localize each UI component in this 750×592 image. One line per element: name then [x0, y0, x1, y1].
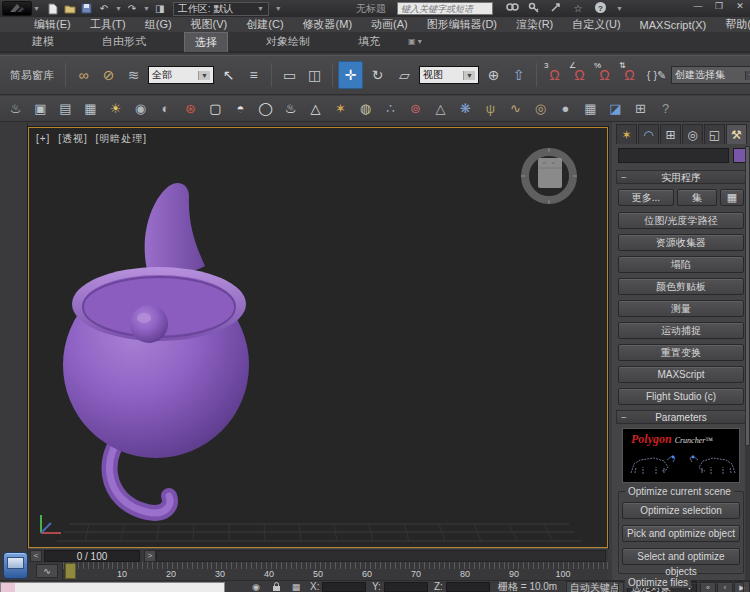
- environment-dialog-icon[interactable]: ▦: [79, 98, 102, 120]
- tab-create-icon[interactable]: ✶: [616, 124, 637, 144]
- menu-item[interactable]: 创建(C): [246, 17, 283, 32]
- utility-button[interactable]: 位图/光度学路径: [618, 212, 744, 229]
- render-setup-icon[interactable]: ▤: [54, 98, 77, 120]
- help-icon[interactable]: ?: [654, 98, 677, 120]
- optimize-button[interactable]: Pick and optimize object: [622, 525, 740, 542]
- foliage-icon[interactable]: ψ: [479, 98, 502, 120]
- stereo-camera-icon[interactable]: ⊛: [179, 98, 202, 120]
- panel-scrollbar[interactable]: [745, 146, 750, 580]
- y-coordinate-field[interactable]: [384, 582, 428, 592]
- select-and-manipulate-icon[interactable]: ⇧: [506, 61, 531, 89]
- menu-item[interactable]: 视图(V): [191, 17, 228, 32]
- maximize-icon[interactable]: ❐: [713, 1, 725, 11]
- time-slider-track[interactable]: [156, 550, 606, 562]
- tab-freeform[interactable]: 自由形式: [92, 32, 156, 51]
- ribbon-minimize-icon[interactable]: ▣ ▾: [408, 37, 422, 46]
- previous-frame-button[interactable]: <: [30, 550, 42, 562]
- percent-snap-icon[interactable]: %Ω: [592, 61, 617, 89]
- project-folder-icon[interactable]: ◨: [153, 2, 167, 16]
- search-icon[interactable]: [505, 2, 519, 14]
- tab-utilities-icon[interactable]: ⚒: [726, 124, 747, 144]
- use-pivot-center-icon[interactable]: ⊕: [481, 61, 506, 89]
- schematic-view-icon[interactable]: ⊞: [629, 98, 652, 120]
- utility-button[interactable]: 塌陷: [618, 256, 744, 273]
- redo-icon[interactable]: ↷: [125, 2, 139, 16]
- teapot-primitive-icon[interactable]: ♨: [279, 98, 302, 120]
- select-and-scale-icon[interactable]: ▱: [392, 61, 417, 89]
- configure-button-sets-icon[interactable]: ▦: [720, 189, 744, 206]
- viewcube[interactable]: [519, 146, 579, 208]
- snap-toggle-3d-icon[interactable]: 3Ω: [542, 61, 567, 89]
- tab-object-paint[interactable]: 对象绘制: [256, 32, 320, 51]
- minimize-icon[interactable]: —: [692, 1, 704, 11]
- utility-sets-button[interactable]: 集: [677, 189, 717, 206]
- maxscript-mini-listener[interactable]: [0, 582, 225, 592]
- cone-primitive-icon[interactable]: △: [304, 98, 327, 120]
- absolute-offset-toggle-icon[interactable]: ▦: [288, 582, 304, 592]
- key-sign-in-icon[interactable]: [527, 2, 541, 15]
- tab-display-icon[interactable]: ◱: [704, 124, 725, 144]
- redo-list-arrow-icon[interactable]: ▼: [143, 5, 150, 12]
- isolate-selection-icon[interactable]: ◉: [248, 582, 264, 592]
- menu-item[interactable]: 编辑(E): [34, 17, 71, 32]
- timeline-ruler[interactable]: 0102030405060708090100: [62, 562, 608, 580]
- utility-button[interactable]: Flight Studio (c): [618, 388, 744, 405]
- communication-center-icon[interactable]: [549, 2, 563, 15]
- material-sphere-icon[interactable]: ●: [554, 98, 577, 120]
- rendered-frame-window-icon[interactable]: ▣: [29, 98, 52, 120]
- hair-fur-icon[interactable]: ∿: [504, 98, 527, 120]
- tab-hierarchy-icon[interactable]: ⊞: [660, 124, 681, 144]
- swirl-icon[interactable]: ◎: [529, 98, 552, 120]
- utility-button[interactable]: 运动捕捉: [618, 322, 744, 339]
- menu-item[interactable]: 自定义(U): [572, 17, 620, 32]
- menu-item[interactable]: 帮助(H): [725, 17, 750, 32]
- next-frame-button[interactable]: >: [144, 550, 156, 562]
- help-arrow-icon[interactable]: ▼: [616, 5, 623, 12]
- menu-item[interactable]: 图形编辑器(D): [427, 17, 497, 32]
- new-scene-icon[interactable]: [46, 2, 60, 16]
- perspective-viewport[interactable]: [+] [透视] [明暗处理]: [28, 127, 608, 548]
- render-region-icon[interactable]: ◪: [604, 98, 627, 120]
- close-icon[interactable]: ✕: [734, 1, 746, 11]
- optimize-button[interactable]: Optimize selection: [622, 502, 740, 519]
- menu-item[interactable]: 渲染(R): [516, 17, 553, 32]
- angle-snap-icon[interactable]: ∠Ω: [567, 61, 592, 89]
- menu-item[interactable]: 修改器(M): [303, 17, 353, 32]
- material-editor-icon[interactable]: ▦: [579, 98, 602, 120]
- utility-button[interactable]: 测量: [618, 300, 744, 317]
- favorites-star-icon[interactable]: ☆: [571, 3, 585, 14]
- dome-primitive-icon[interactable]: ◓: [229, 98, 252, 120]
- search-input[interactable]: 键入关键字或短语: [397, 2, 493, 15]
- tab-modeling[interactable]: 建模: [22, 32, 64, 51]
- undo-list-arrow-icon[interactable]: ▼: [115, 5, 122, 12]
- edit-named-sets-icon[interactable]: { }✎: [644, 61, 669, 89]
- z-coordinate-field[interactable]: [446, 582, 490, 592]
- utility-button[interactable]: MAXScript: [618, 366, 744, 383]
- workspace-selector[interactable]: 工作区: 默认 ▼: [173, 2, 269, 16]
- current-frame-marker[interactable]: [65, 563, 76, 579]
- more-utilities-button[interactable]: 更多...: [618, 189, 674, 206]
- select-by-name-icon[interactable]: ≡: [241, 61, 266, 89]
- render-teapot-icon[interactable]: ♨: [4, 98, 27, 120]
- open-mini-curve-editor-icon[interactable]: ∿: [36, 564, 58, 578]
- select-object-icon[interactable]: ↖: [216, 61, 241, 89]
- scatter-icon[interactable]: ⊚: [404, 98, 427, 120]
- array-icon[interactable]: ∴: [379, 98, 402, 120]
- unlink-selection-icon[interactable]: ⊘: [96, 61, 121, 89]
- tab-modify-icon[interactable]: ◠: [638, 124, 659, 144]
- utility-button[interactable]: 资源收集器: [618, 234, 744, 251]
- menu-item[interactable]: 组(G): [145, 17, 172, 32]
- tab-selection[interactable]: 选择: [184, 32, 228, 52]
- tab-motion-icon[interactable]: ◎: [682, 124, 703, 144]
- optimize-button[interactable]: Select and optimize objects: [622, 548, 740, 565]
- selection-lock-corner-icon[interactable]: [3, 552, 28, 579]
- selection-lock-icon[interactable]: [268, 582, 284, 592]
- select-and-link-icon[interactable]: ∞: [71, 61, 96, 89]
- plane-primitive-icon[interactable]: ▢: [204, 98, 227, 120]
- camera-icon[interactable]: ◉: [129, 98, 152, 120]
- save-file-icon[interactable]: [80, 2, 94, 16]
- scene-library-label[interactable]: 简易窗库: [10, 68, 54, 83]
- window-crossing-toggle-icon[interactable]: ◫: [302, 61, 327, 89]
- help-icon[interactable]: ?: [593, 1, 607, 16]
- x-coordinate-field[interactable]: [322, 582, 366, 592]
